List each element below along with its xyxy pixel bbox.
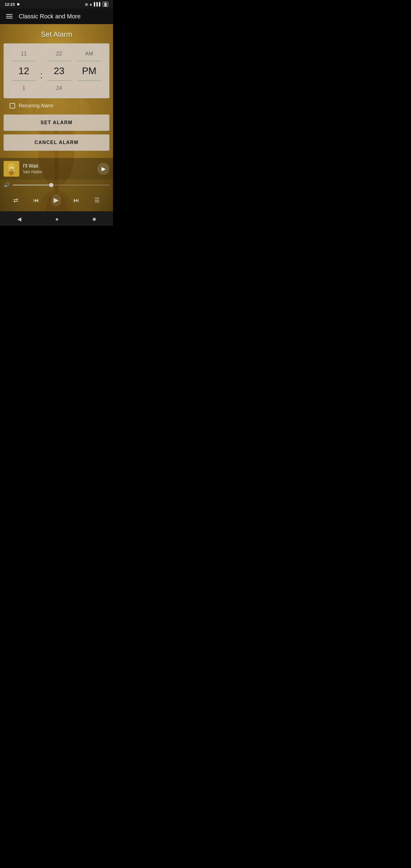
track-artist: Van Halen xyxy=(23,169,94,174)
album-art-image: VAN HALEN xyxy=(4,161,19,177)
cancel-alarm-button[interactable]: CANCEL ALARM xyxy=(4,134,109,151)
prev-button[interactable]: ⏮ xyxy=(31,194,41,206)
nav-bar: ◀ ● ■ xyxy=(0,211,113,226)
time-picker-row: 11 12 1 : 22 23 24 AM PM xyxy=(7,50,106,92)
period-above: AM xyxy=(85,50,93,58)
play-icon: ▶ xyxy=(101,165,106,172)
page-title-container: Set Alarm xyxy=(0,24,113,43)
next-button[interactable]: ⏭ xyxy=(71,194,82,206)
battery-icon: ▓ xyxy=(103,2,108,7)
set-alarm-button[interactable]: SET ALARM xyxy=(4,115,109,131)
volume-icon: 🔊 xyxy=(4,182,10,188)
now-playing-play-button[interactable]: ▶ xyxy=(97,163,109,175)
next-icon: ⏭ xyxy=(73,197,80,204)
recurring-checkbox[interactable] xyxy=(10,103,15,108)
nav-back-button[interactable]: ◀ xyxy=(11,215,27,224)
more-icon: ☰ xyxy=(94,197,100,204)
menu-button[interactable] xyxy=(5,13,14,20)
status-time-group: 12:23 ⏺ xyxy=(5,2,20,7)
toolbar-title: Classic Rock and More xyxy=(19,13,81,20)
more-button[interactable]: ☰ xyxy=(92,194,102,206)
volume-knob[interactable] xyxy=(49,183,53,187)
album-art: VAN HALEN xyxy=(4,161,19,177)
shuffle-button[interactable]: ⇄ xyxy=(11,194,21,206)
hour-below: 1 xyxy=(22,84,25,92)
shuffle-icon: ⇄ xyxy=(13,197,19,204)
back-icon: ◀ xyxy=(17,216,22,222)
background-area: Set Alarm 11 12 1 : 22 23 24 xyxy=(0,24,113,211)
volume-track[interactable] xyxy=(13,185,109,185)
now-playing-bar: VAN HALEN I'll Wait Van Halen ▶ xyxy=(0,158,113,180)
play-pause-button[interactable]: ▶ xyxy=(51,194,61,207)
minute-selected: 23 xyxy=(54,64,64,78)
hour-selected: 12 xyxy=(19,64,29,78)
bottom-controls: ⇄ ⏮ ▶ ⏭ ☰ xyxy=(0,190,113,211)
wifi-icon: ▲ xyxy=(89,2,93,6)
minute-above: 22 xyxy=(56,50,62,58)
hour-bottom-divider xyxy=(12,81,36,81)
hour-column[interactable]: 11 12 1 xyxy=(9,50,39,92)
time-picker-dialog: 11 12 1 : 22 23 24 AM PM xyxy=(4,43,109,98)
period-bottom-divider xyxy=(77,81,101,81)
play-pause-icon: ▶ xyxy=(54,196,59,204)
toolbar: Classic Rock and More xyxy=(0,8,113,24)
time-colon: : xyxy=(39,70,44,81)
location-icon: ◎ xyxy=(85,2,88,6)
status-bar: 12:23 ⏺ ◎ ▲ ▌▌▌ ▓ xyxy=(0,0,113,8)
status-time: 12:23 xyxy=(5,2,15,7)
period-top-divider xyxy=(77,61,101,61)
hour-above: 11 xyxy=(21,50,27,58)
nav-recent-button[interactable]: ■ xyxy=(87,215,102,224)
track-title: I'll Wait xyxy=(23,163,94,169)
svg-text:VAN: VAN xyxy=(9,167,13,169)
track-info: I'll Wait Van Halen xyxy=(23,163,94,174)
record-icon: ⏺ xyxy=(17,2,20,6)
minute-top-divider xyxy=(47,61,71,61)
page-title: Set Alarm xyxy=(0,30,113,38)
volume-fill xyxy=(13,185,51,185)
hour-top-divider xyxy=(12,61,36,61)
minute-column[interactable]: 22 23 24 xyxy=(44,50,74,92)
recent-icon: ■ xyxy=(93,216,96,222)
period-column[interactable]: AM PM xyxy=(74,50,104,92)
status-icons: ◎ ▲ ▌▌▌ ▓ xyxy=(85,2,108,7)
home-icon: ● xyxy=(56,216,59,222)
nav-home-button[interactable]: ● xyxy=(50,215,65,224)
volume-row: 🔊 xyxy=(0,180,113,190)
recurring-label: Recurring Alarm xyxy=(19,103,53,108)
recurring-row[interactable]: Recurring Alarm xyxy=(4,98,109,113)
signal-icon: ▌▌▌ xyxy=(94,2,101,6)
prev-icon: ⏮ xyxy=(33,197,39,204)
minute-bottom-divider xyxy=(47,81,71,81)
period-selected: PM xyxy=(82,64,96,78)
svg-text:HALEN: HALEN xyxy=(8,170,14,172)
minute-below: 24 xyxy=(56,84,62,92)
